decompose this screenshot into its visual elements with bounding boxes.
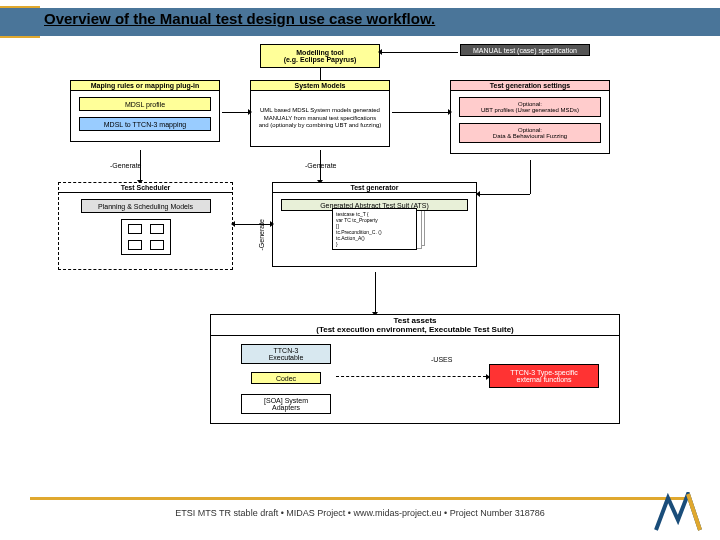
arrow-manualspec-modeltool xyxy=(382,52,458,53)
footer-divider xyxy=(30,497,690,500)
manual-spec-label: MANUAL test (case) specification xyxy=(473,47,577,54)
modelling-tool-label: Modelling tool (e.g. Eclipse Papyrus) xyxy=(284,49,357,63)
mdsl-profile-box: MDSL profile xyxy=(79,97,211,111)
ttcn3-exec-box: TTCN-3 Executable xyxy=(241,344,331,364)
mdsl-mapping-box: MDSL to TTCN-3 mapping xyxy=(79,117,211,131)
workflow-diagram: Modelling tool (e.g. Eclipse Papyrus) MA… xyxy=(50,44,670,480)
test-scheduler-header: Test Scheduler xyxy=(59,183,232,193)
test-assets-group: Test assets (Test execution environment,… xyxy=(210,314,620,424)
midas-logo xyxy=(654,492,702,532)
arrow-codec-ext xyxy=(336,376,486,377)
slide-title: Overview of the Manual test design use c… xyxy=(44,10,435,27)
system-models-body-text: UML based MDSL System models generated M… xyxy=(259,107,382,130)
opt-ubt-label: Optional: UBT profiles (User generated M… xyxy=(481,101,579,113)
opt-fuzz-label: Optional: Data & Behavioural Fuzzing xyxy=(493,127,567,139)
system-models-header: System Models xyxy=(250,80,390,91)
mapping-rules-header: Maping rules or mapping plug-in xyxy=(70,80,220,91)
planning-models-box: Planning & Scheduling Models xyxy=(81,199,211,213)
codec-label: Codec xyxy=(276,375,296,382)
opt-fuzz-box: Optional: Data & Behavioural Fuzzing xyxy=(459,123,601,143)
soa-adapter-label: [SOA] System Adapters xyxy=(264,397,308,411)
arrow-sysmodels-down xyxy=(320,150,321,180)
testcase-code: testcase tc_T { var TC tc_Property [] tc… xyxy=(332,208,417,250)
arrow-sysmodels-testgen xyxy=(392,112,448,113)
soa-adapter-box: [SOA] System Adapters xyxy=(241,394,331,414)
system-models-group: System Models UML based MDSL System mode… xyxy=(250,80,390,147)
arrow-mapping-down xyxy=(140,150,141,180)
test-scheduler-group: Test Scheduler Planning & Scheduling Mod… xyxy=(58,182,233,270)
arrow-modeltool-sysmodels xyxy=(320,68,321,80)
opt-ubt-box: Optional: UBT profiles (User generated M… xyxy=(459,97,601,117)
system-models-body: UML based MDSL System models generated M… xyxy=(250,91,390,147)
mdsl-profile-label: MDSL profile xyxy=(125,101,165,108)
arrow-testgen-left xyxy=(480,194,530,195)
generate-label-3: -Generate xyxy=(258,219,265,251)
testcase-stack: testcase tc_T { var TC tc_Property [] tc… xyxy=(332,208,417,250)
test-gen-settings-header: Test generation settings xyxy=(450,80,610,91)
arrow-mapping-sysmodels xyxy=(222,112,248,113)
modelling-tool-box: Modelling tool (e.g. Eclipse Papyrus) xyxy=(260,44,380,68)
test-assets-header: Test assets (Test execution environment,… xyxy=(210,314,620,336)
manual-spec-box: MANUAL test (case) specification xyxy=(460,44,590,56)
codec-box: Codec xyxy=(251,372,321,384)
footer-text: ETSI MTS TR stable draft • MIDAS Project… xyxy=(0,508,720,518)
test-generator-header: Test generator xyxy=(272,182,477,193)
planning-models-label: Planning & Scheduling Models xyxy=(98,203,193,210)
test-generator-group: Test generator Generated Abstract Test S… xyxy=(272,182,477,267)
test-gen-settings-group: Test generation settings Optional: UBT p… xyxy=(450,80,610,154)
generate-label-1: -Generate xyxy=(110,162,142,169)
mapping-rules-group: Maping rules or mapping plug-in MDSL pro… xyxy=(70,80,220,142)
mdsl-mapping-label: MDSL to TTCN-3 mapping xyxy=(104,121,186,128)
ttcn3-ext-box: TTCN-3 Type-specific external functions xyxy=(489,364,599,388)
ttcn3-ext-label: TTCN-3 Type-specific external functions xyxy=(510,369,578,383)
uses-label: -USES xyxy=(431,356,452,363)
arrow-generator-assets xyxy=(375,272,376,312)
ttcn3-exec-label: TTCN-3 Executable xyxy=(269,347,304,361)
arrow-testgen-down xyxy=(530,160,531,194)
scheduler-box-icon xyxy=(121,219,171,255)
